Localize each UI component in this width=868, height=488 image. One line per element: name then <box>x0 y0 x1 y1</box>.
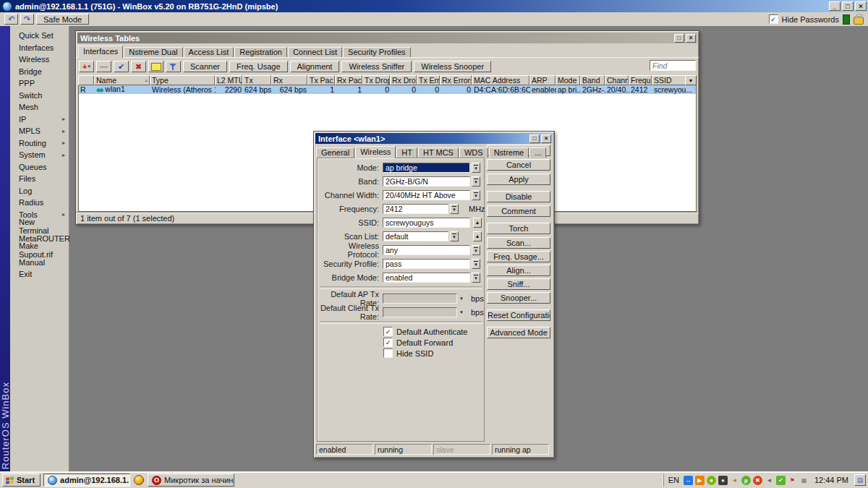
sidebar-item-ppp[interactable]: PPP <box>10 77 69 90</box>
teamviewer-icon[interactable]: ↔ <box>684 476 693 485</box>
comment-button[interactable]: Comment <box>487 205 550 217</box>
reset-configuration-button[interactable]: Reset Configuration <box>487 309 550 321</box>
sidebar-item-bridge[interactable]: Bridge <box>10 66 69 78</box>
band-input[interactable]: 2GHz-B/G/N <box>383 176 470 187</box>
column-header-rx-pac[interactable]: Rx Pac... <box>335 75 362 85</box>
restore-button[interactable]: □ <box>842 1 854 11</box>
task-opera[interactable]: OМикротик за начинаещ... <box>148 474 234 487</box>
wireless-snooper-button[interactable]: Wireless Snooper <box>414 61 491 72</box>
sidebar-item-queues[interactable]: Queues <box>10 161 69 174</box>
sidebar-item-mpls[interactable]: MPLS▸ <box>10 125 69 137</box>
dialog-tab-blank[interactable]: ... <box>529 147 546 158</box>
column-header-rx-errors[interactable]: Rx Errors <box>440 75 472 85</box>
freq-usage-button[interactable]: Freq. Usage... <box>487 251 550 262</box>
wireless-tables-titlebar[interactable]: Wireless Tables □ ✕ <box>77 33 697 43</box>
disable-button[interactable]: Disable <box>487 191 550 202</box>
sidebar-item-exit[interactable]: Exit <box>10 268 69 281</box>
align-button[interactable]: Align... <box>487 265 550 276</box>
disable-button[interactable]: ✖ <box>131 61 146 72</box>
utorrent-icon[interactable]: µ <box>741 476 751 485</box>
column-header-mode[interactable]: Mode <box>556 75 580 85</box>
close-button[interactable]: ✕ <box>686 34 696 43</box>
enable-button[interactable]: ✔ <box>114 61 129 72</box>
find-input[interactable] <box>650 60 696 71</box>
column-header-type[interactable]: Type <box>150 75 215 85</box>
dialog-tab-ht[interactable]: HT <box>396 147 417 158</box>
scan-button[interactable]: Scan... <box>487 237 550 249</box>
bridge-mode-input[interactable]: enabled <box>383 273 470 283</box>
mode-input[interactable]: ap bridge <box>383 163 470 173</box>
column-header-rx-drops[interactable]: Rx Drops <box>390 75 417 85</box>
alert-flag-icon[interactable]: ⚑ <box>788 476 797 485</box>
advanced-mode-button[interactable]: Advanced Mode <box>487 327 550 338</box>
combo-down-icon[interactable]: ▼ <box>472 245 480 255</box>
column-header-tx-pac[interactable]: Tx Pac... <box>307 75 335 85</box>
combo-down-icon[interactable]: ▼ <box>472 176 480 187</box>
update-ok-icon[interactable]: ✔ <box>776 476 786 485</box>
safe-mode-button[interactable]: Safe Mode <box>36 14 89 25</box>
tab-access-list[interactable]: Access List <box>184 47 234 57</box>
column-header-tx-drops[interactable]: Tx Drops <box>362 75 390 85</box>
show-desktop-button[interactable]: ▤ <box>854 474 866 486</box>
tab-interfaces[interactable]: Interfaces <box>78 46 123 58</box>
sidebar-item-interfaces[interactable]: Interfaces <box>10 42 69 54</box>
column-menu-button[interactable]: ▼ <box>685 75 697 85</box>
expand-up-icon[interactable]: ▲ <box>473 231 482 241</box>
combo-down-icon[interactable]: ▼ <box>472 163 480 173</box>
filter-button[interactable] <box>166 61 181 72</box>
tab-nstreme-dual[interactable]: Nstreme Dual <box>124 47 182 57</box>
sidebar-item-mesh[interactable]: Mesh <box>10 101 69 114</box>
maximize-button[interactable]: □ <box>674 34 684 43</box>
task-indicator[interactable] <box>133 474 145 487</box>
maximize-button[interactable]: □ <box>529 134 540 143</box>
column-header-band[interactable]: Band <box>580 75 605 85</box>
security-profile-input[interactable]: pass <box>383 259 470 269</box>
sidebar-item-ip[interactable]: IP▸ <box>10 114 69 126</box>
combo-down-icon[interactable]: ▼ <box>450 204 459 214</box>
channel-width-input[interactable]: 20/40MHz HT Above <box>383 190 470 200</box>
media-player-icon[interactable]: ▶ <box>695 476 705 485</box>
freq-usage-button[interactable]: Freq. Usage <box>229 61 288 72</box>
redo-button[interactable]: ↷ <box>20 14 34 25</box>
default-forward-checkbox[interactable]: ✓ <box>383 338 393 347</box>
cloud-icon[interactable]: ● <box>718 476 728 485</box>
add-button[interactable]: +▾ <box>79 61 94 72</box>
undo-button[interactable]: ↶ <box>4 14 18 25</box>
sidebar-item-radius[interactable]: Radius <box>10 197 69 209</box>
snooper-button[interactable]: Snooper... <box>487 292 550 304</box>
scan-list-input[interactable]: default <box>383 231 448 241</box>
volume-icon[interactable]: ◄ <box>730 476 739 485</box>
sidebar-item-routing[interactable]: Routing▸ <box>10 137 69 150</box>
wireless-protocol-input[interactable]: any <box>383 245 470 255</box>
task-winbox[interactable]: admin@192.168.1.1 (... <box>43 474 130 487</box>
frequency-input[interactable]: 2412 <box>383 204 448 214</box>
combo-down-icon[interactable]: ▼ <box>472 190 480 200</box>
torch-button[interactable]: Torch <box>487 223 550 234</box>
column-header-mac-address[interactable]: MAC Address <box>472 75 529 85</box>
close-button[interactable]: ✕ <box>855 1 867 11</box>
column-header-blank[interactable] <box>78 75 94 85</box>
network-icon[interactable]: ▦ <box>799 476 809 485</box>
column-header-l2-mtu[interactable]: L2 MTU <box>215 75 242 85</box>
tab-security-profiles[interactable]: Security Profiles <box>343 47 410 57</box>
tab-registration[interactable]: Registration <box>234 47 287 57</box>
minimize-button[interactable]: _ <box>829 1 841 11</box>
default-authenticate-checkbox[interactable]: ✓ <box>383 327 393 336</box>
column-header-chann[interactable]: Chann... <box>605 75 629 85</box>
start-button[interactable]: Start <box>2 474 41 487</box>
sidebar-item-wireless[interactable]: Wireless <box>10 53 69 66</box>
wireless-sniffer-button[interactable]: Wireless Sniffer <box>341 61 412 72</box>
column-header-name[interactable]: Name▵ <box>94 75 150 85</box>
sidebar-item-log[interactable]: Log <box>10 185 69 197</box>
column-header-tx[interactable]: Tx <box>242 75 271 85</box>
nvidia-icon[interactable]: ● <box>707 476 716 485</box>
comment-button[interactable] <box>148 61 163 72</box>
sidebar-item-files[interactable]: Files <box>10 173 69 185</box>
combo-down-icon[interactable]: ▼ <box>472 273 480 283</box>
column-header-rx[interactable]: Rx <box>271 75 307 85</box>
ssid-input[interactable]: screwyouguys <box>383 218 470 228</box>
sidebar-item-make-supout-rif[interactable]: Make Supout.rif <box>10 244 69 257</box>
antivirus-icon[interactable]: ✖ <box>753 476 762 485</box>
dialog-tab-nstreme[interactable]: Nstreme <box>489 147 529 158</box>
hide-ssid-checkbox[interactable] <box>383 348 393 358</box>
